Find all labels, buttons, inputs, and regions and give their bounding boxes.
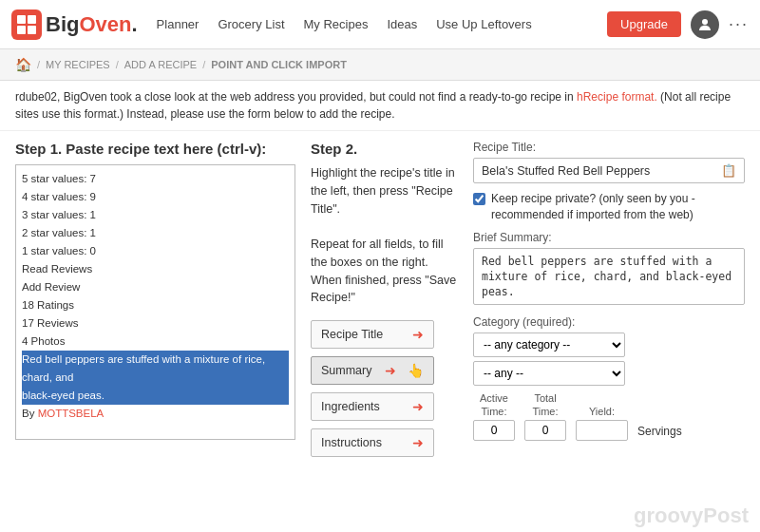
servings-label: Servings (637, 425, 682, 438)
paste-line: 4 star values: 9 (22, 188, 289, 206)
paste-line: 17 Reviews (22, 314, 289, 332)
total-time-label: TotalTime: (532, 391, 558, 419)
summary-btn-label: Summary (321, 364, 371, 377)
ingredients-btn-label: Ingredients (321, 400, 380, 413)
logo-text: BigOven. (46, 12, 138, 37)
svg-rect-0 (17, 15, 26, 24)
recipe-title-label: Recipe Title: (473, 141, 745, 154)
ingredients-arrow-icon: ➜ (412, 399, 424, 414)
more-options-button[interactable]: ··· (729, 14, 749, 34)
breadcrumb-sep-3: / (202, 59, 205, 70)
nav-ideas[interactable]: Ideas (387, 13, 417, 35)
highlighted-line: Red bell peppers are stuffed with a mixt… (22, 351, 289, 405)
nav-my-recipes[interactable]: My Recipes (304, 13, 369, 35)
logo[interactable]: BigOven. (11, 10, 138, 40)
brief-summary-input[interactable]: Red bell peppers are stuffed with a mixt… (473, 248, 745, 305)
nav-grocery-list[interactable]: Grocery List (218, 13, 284, 35)
breadcrumb-sep-1: / (37, 59, 40, 70)
nav-planner[interactable]: Planner (157, 13, 200, 35)
svg-rect-1 (28, 15, 36, 24)
breadcrumb-my-recipes[interactable]: MY RECIPES (46, 59, 110, 70)
right-panel: Recipe Title: Bela's Stuffed Red Bell Pe… (473, 141, 745, 526)
paste-line: Add Review (22, 278, 289, 296)
step1-heading: Step 1. Paste recipe text here (ctrl-v): (15, 141, 295, 157)
recipe-title-value: Bela's Stuffed Red Bell Peppers (482, 164, 721, 178)
svg-rect-2 (17, 26, 26, 34)
middle-panel: Step 2. Highlight the recipe's title in … (311, 141, 458, 526)
paste-line: 3 star values: 1 (22, 206, 289, 224)
active-time-col: ActiveTime: (473, 391, 515, 442)
recipe-title-btn-label: Recipe Title (321, 328, 383, 341)
summary-btn[interactable]: Summary ➜ 👆 (311, 356, 434, 385)
active-time-label: ActiveTime: (480, 391, 508, 419)
paste-line: By MOTTSBELA (22, 405, 289, 423)
paste-line: Read Reviews (22, 260, 289, 278)
instructions-btn[interactable]: Instructions ➜ (311, 428, 434, 457)
hrecipe-link[interactable]: hRecipe format. (577, 90, 657, 104)
recipe-title-arrow-icon: ➜ (412, 327, 424, 342)
home-icon[interactable]: 🏠 (15, 57, 31, 72)
yield-col: Yield: (576, 405, 628, 441)
brief-summary-label: Brief Summary: (473, 231, 745, 244)
recipe-title-btn[interactable]: Recipe Title ➜ (311, 320, 434, 349)
paste-line (22, 423, 289, 440)
svg-rect-3 (28, 26, 36, 34)
total-time-input[interactable] (524, 420, 566, 441)
time-yield-row: ActiveTime: TotalTime: Yield: Servings (473, 391, 745, 442)
breadcrumb-add-recipe[interactable]: ADD A RECIPE (124, 59, 197, 70)
category-label: Category (required): (473, 315, 745, 329)
main-nav: Planner Grocery List My Recipes Ideas Us… (157, 13, 608, 35)
yield-input[interactable] (576, 420, 628, 441)
avatar[interactable] (691, 10, 719, 39)
step2-heading: Step 2. (311, 141, 458, 157)
alert-text-pre: rdube02, BigOven took a close look at th… (15, 90, 577, 104)
paste-line: 18 Ratings (22, 296, 289, 314)
logo-icon (11, 10, 42, 40)
instructions-btn-label: Instructions (321, 436, 382, 449)
svg-point-4 (702, 19, 708, 25)
cursor-icon: 👆 (408, 363, 424, 378)
category-select-1[interactable]: -- any category -- (473, 332, 625, 357)
total-time-col: TotalTime: (524, 391, 566, 442)
paste-area[interactable]: 5 star values: 7 4 star values: 9 3 star… (15, 164, 295, 440)
instructions-arrow-icon: ➜ (412, 435, 424, 450)
paste-line: 4 Photos (22, 332, 289, 351)
watermark: groovyPost (634, 504, 749, 528)
summary-arrow-icon: ➜ (385, 363, 396, 378)
upgrade-button[interactable]: Upgrade (607, 11, 681, 37)
copy-icon: 📋 (721, 163, 736, 178)
alert-bar: rdube02, BigOven took a close look at th… (0, 81, 760, 131)
ingredients-btn[interactable]: Ingredients ➜ (311, 392, 434, 421)
paste-line: 1 star values: 0 (22, 242, 289, 260)
breadcrumb-sep-2: / (116, 59, 119, 70)
breadcrumb: 🏠 / MY RECIPES / ADD A RECIPE / POINT AN… (0, 49, 760, 81)
nav-use-up-leftovers[interactable]: Use Up Leftovers (436, 13, 531, 35)
left-panel: Step 1. Paste recipe text here (ctrl-v):… (15, 141, 295, 526)
header-right: Upgrade ··· (607, 10, 749, 39)
main-content: Step 1. Paste recipe text here (ctrl-v):… (0, 131, 760, 532)
keep-private-label: Keep recipe private? (only seen by you -… (491, 191, 745, 223)
yield-label: Yield: (589, 405, 615, 418)
keep-private-checkbox[interactable] (473, 193, 485, 205)
step2-description: Highlight the recipe's title in the left… (311, 164, 458, 307)
header: BigOven. Planner Grocery List My Recipes… (0, 0, 760, 49)
paste-line: 5 star values: 7 (22, 170, 289, 188)
keep-private-row: Keep recipe private? (only seen by you -… (473, 191, 745, 223)
recipe-title-input-row[interactable]: Bela's Stuffed Red Bell Peppers 📋 (473, 158, 745, 183)
author-link[interactable]: MOTTSBELA (38, 408, 104, 419)
category-select-2[interactable]: -- any -- (473, 361, 625, 386)
breadcrumb-current: POINT AND CLICK IMPORT (211, 59, 347, 70)
paste-line: 2 star values: 1 (22, 224, 289, 242)
active-time-input[interactable] (473, 420, 515, 441)
